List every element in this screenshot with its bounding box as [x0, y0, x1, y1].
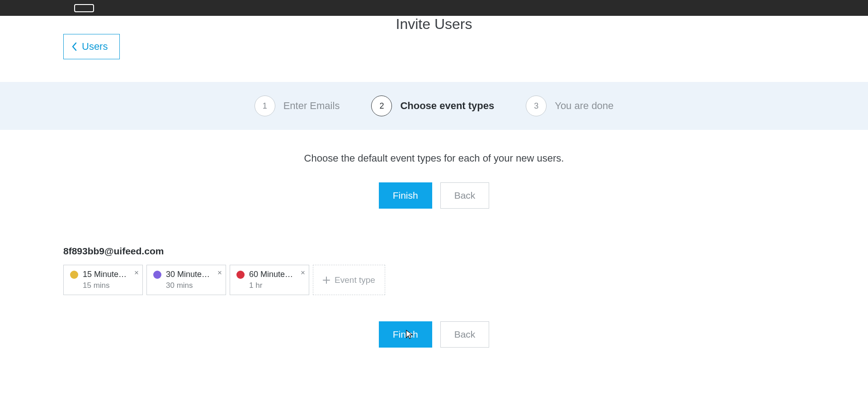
close-icon[interactable]: ×: [301, 269, 305, 277]
close-icon[interactable]: ×: [217, 269, 222, 277]
finish-button[interactable]: Finish: [379, 321, 432, 348]
top-button-row: Finish Back: [63, 182, 805, 209]
back-button[interactable]: Back: [440, 321, 490, 348]
step-enter-emails: 1 Enter Emails: [255, 95, 340, 116]
step-label: You are done: [555, 100, 613, 112]
top-navbar: [0, 0, 868, 16]
main-section: Choose the default event types for each …: [0, 130, 868, 246]
user-email: 8f893bb9@uifeed.com: [63, 246, 805, 257]
chevron-left-icon: [72, 42, 77, 51]
step-choose-event-types: 2 Choose event types: [371, 95, 494, 116]
event-name: 60 Minute ...: [249, 270, 293, 279]
back-button[interactable]: Back: [440, 182, 490, 209]
step-number: 1: [255, 95, 275, 116]
add-event-label: Event type: [335, 275, 375, 285]
event-color-dot: [236, 271, 245, 279]
page-title: Invite Users: [396, 16, 472, 33]
event-card[interactable]: × 15 Minute M... 15 mins: [63, 265, 143, 295]
event-cards-row: × 15 Minute M... 15 mins × 30 Minute ...…: [63, 265, 805, 295]
stepper: 1 Enter Emails 2 Choose event types 3 Yo…: [0, 82, 868, 130]
step-you-are-done: 3 You are done: [526, 95, 613, 116]
event-duration: 30 mins: [166, 281, 210, 290]
page-header: Users Invite Users: [0, 16, 868, 59]
event-card[interactable]: × 30 Minute ... 30 mins: [146, 265, 226, 295]
back-button-label: Users: [82, 41, 108, 52]
step-label: Choose event types: [400, 100, 494, 112]
event-name: 30 Minute ...: [166, 270, 210, 279]
step-number: 3: [526, 95, 547, 116]
back-to-users-button[interactable]: Users: [63, 34, 120, 59]
step-label: Enter Emails: [283, 100, 340, 112]
instruction-text: Choose the default event types for each …: [63, 153, 805, 164]
finish-button[interactable]: Finish: [379, 182, 432, 209]
step-number: 2: [371, 95, 392, 116]
event-duration: 1 hr: [249, 281, 293, 290]
add-event-type-button[interactable]: Event type: [313, 265, 385, 295]
user-block: 8f893bb9@uifeed.com × 15 Minute M... 15 …: [0, 246, 868, 295]
event-color-dot: [70, 271, 78, 279]
event-color-dot: [153, 271, 161, 279]
close-icon[interactable]: ×: [134, 269, 139, 277]
event-card[interactable]: × 60 Minute ... 1 hr: [230, 265, 309, 295]
plus-icon: [323, 277, 330, 284]
event-name: 15 Minute M...: [83, 270, 127, 279]
app-logo-icon: [74, 4, 94, 12]
bottom-button-row: Finish Back: [0, 321, 868, 348]
event-duration: 15 mins: [83, 281, 127, 290]
